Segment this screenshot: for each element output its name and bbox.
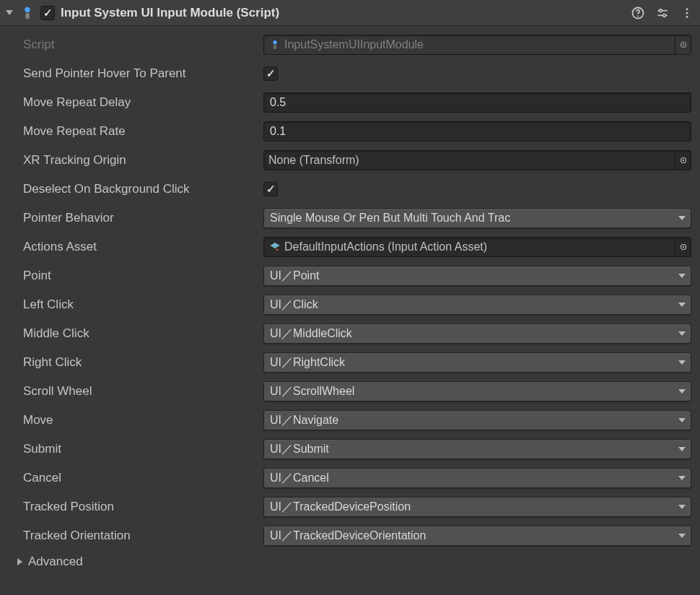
move-dropdown[interactable]: UI／Navigate <box>263 410 691 430</box>
row-submit: Submit UI／Submit <box>7 435 693 464</box>
script-asset-icon <box>268 38 281 51</box>
label-move-repeat-rate: Move Repeat Rate <box>7 124 263 139</box>
component-body: Script InputSystemUIInputModule <box>0 26 700 578</box>
advanced-label: Advanced <box>28 555 83 569</box>
row-actions-asset: Actions Asset DefaultInputActions (Input… <box>7 233 693 261</box>
label-send-pointer-hover: Send Pointer Hover To Parent <box>7 66 263 81</box>
row-move-repeat-rate: Move Repeat Rate <box>7 117 693 146</box>
advanced-foldout-caret[interactable] <box>17 558 22 565</box>
svg-rect-0 <box>25 13 30 19</box>
row-script: Script InputSystemUIInputModule <box>7 30 693 59</box>
label-tracked-orientation: Tracked Orientation <box>7 529 263 543</box>
move-repeat-rate-input[interactable] <box>263 121 691 142</box>
svg-point-14 <box>682 44 683 45</box>
label-right-click: Right Click <box>7 355 263 370</box>
label-scroll-wheel: Scroll Wheel <box>7 384 263 399</box>
svg-point-8 <box>686 8 688 10</box>
inspector-component-panel: Input System UI Input Module (Script) <box>0 0 700 578</box>
component-icon <box>19 4 36 22</box>
xr-tracking-origin-picker[interactable] <box>675 151 691 170</box>
submit-dropdown[interactable]: UI／Submit <box>263 439 691 459</box>
pointer-behavior-dropdown[interactable]: Single Mouse Or Pen But Multi Touch And … <box>263 208 691 228</box>
label-deselect-bg-click: Deselect On Background Click <box>7 182 263 196</box>
dropdown-caret-icon <box>673 505 691 509</box>
row-deselect-bg-click: Deselect On Background Click <box>7 175 693 204</box>
svg-point-6 <box>660 9 662 12</box>
row-tracked-orientation: Tracked Orientation UI／TrackedDeviceOrie… <box>7 521 693 550</box>
send-pointer-hover-checkbox[interactable] <box>263 66 278 81</box>
svg-point-10 <box>686 15 688 17</box>
script-object-picker[interactable] <box>675 35 691 54</box>
scroll-wheel-dropdown[interactable]: UI／ScrollWheel <box>263 381 691 401</box>
label-script: Script <box>7 38 263 52</box>
script-field: InputSystemUIInputModule <box>263 35 691 55</box>
deselect-bg-click-checkbox[interactable] <box>263 182 278 196</box>
row-middle-click: Middle Click UI／MiddleClick <box>7 319 693 348</box>
row-xr-tracking-origin: XR Tracking Origin None (Transform) <box>7 146 693 175</box>
actions-asset-text: DefaultInputActions (Input Action Asset) <box>284 240 675 253</box>
input-action-asset-icon <box>268 240 281 253</box>
svg-point-18 <box>682 246 683 248</box>
dropdown-caret-icon <box>673 216 691 220</box>
row-right-click: Right Click UI／RightClick <box>7 348 693 377</box>
label-move-repeat-delay: Move Repeat Delay <box>7 95 263 110</box>
svg-point-9 <box>686 12 688 14</box>
actions-asset-field[interactable]: DefaultInputActions (Input Action Asset) <box>263 237 691 257</box>
row-move: Move UI／Navigate <box>7 406 693 435</box>
row-tracked-position: Tracked Position UI／TrackedDevicePositio… <box>7 492 693 521</box>
move-repeat-delay-input[interactable] <box>263 92 691 113</box>
tracked-position-dropdown[interactable]: UI／TrackedDevicePosition <box>263 497 691 517</box>
xr-tracking-origin-text: None (Transform) <box>268 154 675 167</box>
cancel-dropdown[interactable]: UI／Cancel <box>263 468 691 488</box>
row-scroll-wheel: Scroll Wheel UI／ScrollWheel <box>7 377 693 406</box>
tracked-orientation-dropdown[interactable]: UI／TrackedDeviceOrientation <box>263 526 691 546</box>
label-submit: Submit <box>7 442 263 456</box>
middle-click-dropdown[interactable]: UI／MiddleClick <box>263 323 691 344</box>
label-move: Move <box>7 413 263 427</box>
xr-tracking-origin-field[interactable]: None (Transform) <box>263 150 691 170</box>
context-menu-icon[interactable] <box>680 6 694 20</box>
component-enabled-checkbox[interactable] <box>40 6 55 20</box>
dropdown-caret-icon <box>673 447 691 451</box>
row-move-repeat-delay: Move Repeat Delay <box>7 88 693 117</box>
advanced-foldout[interactable]: Advanced <box>7 550 693 573</box>
label-point: Point <box>7 269 263 283</box>
dropdown-caret-icon <box>673 418 691 422</box>
svg-point-1 <box>25 6 30 12</box>
row-send-pointer-hover: Send Pointer Hover To Parent <box>7 59 693 88</box>
presets-icon[interactable] <box>655 6 670 20</box>
svg-rect-11 <box>274 45 276 49</box>
component-title: Input System UI Input Module (Script) <box>61 6 631 20</box>
component-foldout-caret[interactable] <box>6 10 13 15</box>
label-pointer-behavior: Pointer Behavior <box>7 211 263 225</box>
label-left-click: Left Click <box>7 298 263 312</box>
script-field-text: InputSystemUIInputModule <box>284 38 675 51</box>
label-actions-asset: Actions Asset <box>7 240 263 254</box>
label-cancel: Cancel <box>7 471 263 485</box>
dropdown-caret-icon <box>673 274 691 278</box>
dropdown-caret-icon <box>673 389 691 394</box>
point-dropdown[interactable]: UI／Point <box>263 266 691 286</box>
right-click-dropdown[interactable]: UI／RightClick <box>263 352 691 373</box>
svg-point-3 <box>637 15 639 17</box>
left-click-dropdown[interactable]: UI／Click <box>263 295 691 315</box>
row-pointer-behavior: Pointer Behavior Single Mouse Or Pen But… <box>7 204 693 233</box>
row-left-click: Left Click UI／Click <box>7 290 693 319</box>
svg-point-16 <box>682 160 683 161</box>
label-middle-click: Middle Click <box>7 326 263 341</box>
dropdown-caret-icon <box>673 360 691 365</box>
help-icon[interactable] <box>631 6 645 20</box>
svg-point-12 <box>273 40 276 44</box>
dropdown-caret-icon <box>673 476 691 480</box>
row-cancel: Cancel UI／Cancel <box>7 464 693 492</box>
dropdown-caret-icon <box>673 331 691 336</box>
label-xr-tracking-origin: XR Tracking Origin <box>7 153 263 168</box>
dropdown-caret-icon <box>673 534 691 538</box>
row-point: Point UI／Point <box>7 261 693 290</box>
actions-asset-picker[interactable] <box>675 238 691 256</box>
label-tracked-position: Tracked Position <box>7 500 263 514</box>
component-header[interactable]: Input System UI Input Module (Script) <box>0 0 700 26</box>
dropdown-caret-icon <box>673 303 691 307</box>
pointer-behavior-text: Single Mouse Or Pen But Multi Touch And … <box>270 212 673 225</box>
svg-point-7 <box>663 14 666 17</box>
